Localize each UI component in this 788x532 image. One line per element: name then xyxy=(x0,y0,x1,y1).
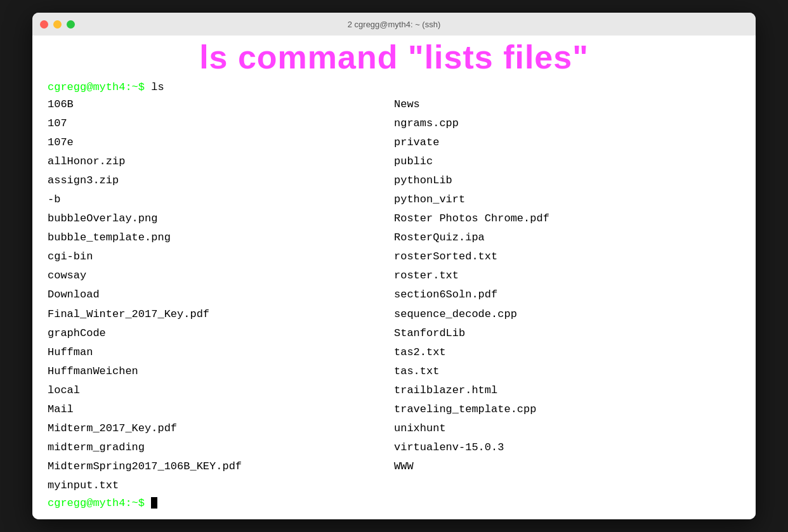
prompt2: cgregg@myth4:~$ xyxy=(48,497,145,509)
file-column-2: Newsngrams.cppprivatepublicpythonLibpyth… xyxy=(394,96,740,495)
list-item: Roster Photos Chrome.pdf xyxy=(394,210,740,228)
list-item: News xyxy=(394,96,740,114)
list-item: Midterm_2017_Key.pdf xyxy=(48,420,394,438)
list-item: bubble_template.png xyxy=(48,229,394,247)
list-item: Huffman xyxy=(48,344,394,361)
list-item: -b xyxy=(48,191,394,209)
prompt1: cgregg@myth4:~$ xyxy=(48,81,145,93)
list-item: python_virt xyxy=(394,191,740,209)
cursor xyxy=(151,497,157,509)
list-item: 107e xyxy=(48,134,394,152)
minimize-button[interactable] xyxy=(53,20,62,29)
list-item: allHonor.zip xyxy=(48,153,394,171)
list-item: public xyxy=(394,153,740,171)
window-title: 2 cgregg@myth4: ~ (ssh) xyxy=(348,20,441,29)
list-item: MidtermSpring2017_106B_KEY.pdf xyxy=(48,458,394,476)
list-item: trailblazer.html xyxy=(394,382,740,399)
close-button[interactable] xyxy=(40,20,48,29)
list-item: tas.txt xyxy=(394,363,740,380)
titlebar: 2 cgregg@myth4: ~ (ssh) xyxy=(32,13,756,36)
second-prompt-line: cgregg@myth4:~$ xyxy=(48,497,740,509)
list-item: tas2.txt xyxy=(394,344,740,361)
list-item: myinput.txt xyxy=(48,477,394,495)
list-item: pythonLib xyxy=(394,172,740,190)
list-item: HuffmanWeichen xyxy=(48,363,394,380)
terminal-window: 2 cgregg@myth4: ~ (ssh) ls command "list… xyxy=(32,13,756,519)
list-item: virtualenv-15.0.3 xyxy=(394,439,740,457)
list-item: Final_Winter_2017_Key.pdf xyxy=(48,306,394,323)
list-item: ngrams.cpp xyxy=(394,115,740,133)
traffic-lights xyxy=(40,20,75,29)
list-item: Download xyxy=(48,286,394,304)
list-item: cowsay xyxy=(48,267,394,285)
list-item: 106B xyxy=(48,96,394,114)
list-item: cgi-bin xyxy=(48,248,394,266)
list-item: private xyxy=(394,134,740,152)
list-item: RosterQuiz.ipa xyxy=(394,229,740,247)
list-item: local xyxy=(48,382,394,399)
list-item: WWW xyxy=(394,458,740,476)
list-item: StanfordLib xyxy=(394,325,740,342)
list-item: traveling_template.cpp xyxy=(394,401,740,418)
list-item: assign3.zip xyxy=(48,172,394,190)
file-list: 106B107107eallHonor.zipassign3.zip-bbubb… xyxy=(48,96,740,495)
command-text: ls xyxy=(145,81,164,93)
terminal-body: cgregg@myth4:~$ ls 106B107107eallHonor.z… xyxy=(32,36,756,519)
list-item: midterm_grading xyxy=(48,439,394,457)
list-item: sequence_decode.cpp xyxy=(394,306,740,323)
list-item: 107 xyxy=(48,115,394,133)
file-column-1: 106B107107eallHonor.zipassign3.zip-bbubb… xyxy=(48,96,394,495)
list-item: unixhunt xyxy=(394,420,740,438)
maximize-button[interactable] xyxy=(67,20,75,29)
list-item: graphCode xyxy=(48,325,394,342)
first-prompt-line: cgregg@myth4:~$ ls xyxy=(48,81,740,93)
list-item: Mail xyxy=(48,401,394,418)
list-item: section6Soln.pdf xyxy=(394,286,740,304)
list-item: bubbleOverlay.png xyxy=(48,210,394,228)
list-item: rosterSorted.txt xyxy=(394,248,740,266)
list-item: roster.txt xyxy=(394,267,740,285)
